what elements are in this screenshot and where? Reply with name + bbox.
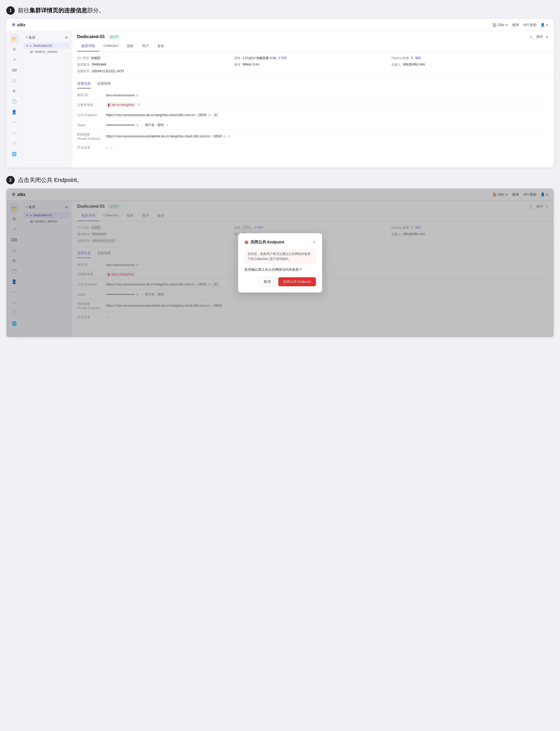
modal-title: 关闭公共 Endpoint bbox=[250, 240, 284, 245]
creator-row: 创建人 zilliz@zilliz.com bbox=[391, 62, 548, 67]
ops-chevron[interactable]: ∨ bbox=[546, 35, 548, 39]
refresh-icon[interactable]: ⟳ bbox=[65, 36, 68, 40]
cluster-nav-item[interactable]: ▾ ◈ Dedicated-01 bbox=[24, 43, 70, 49]
endpoint-text: https:// inxx-xxxxxxxxxxxxxx.ali-cn-hang… bbox=[106, 113, 207, 117]
modal-warning: 关闭后，集群用户将无法通过公共网络对集群下的 Collection 进行读写操作… bbox=[244, 249, 316, 264]
conn-tab-guide[interactable]: 连接指南 bbox=[97, 81, 111, 88]
region-text: ali-cn-hangzhou bbox=[112, 103, 134, 107]
logo: ✳ zilliz bbox=[12, 22, 25, 28]
topnav: ✳ zilliz 🏠 Zilliz ∨ 账单 API 密钥 👤 ∨ bbox=[6, 19, 554, 31]
external-ip-link[interactable]: ↗ bbox=[110, 146, 113, 150]
copy-cluster-id-button[interactable]: ⧉ bbox=[136, 93, 139, 97]
copy-private-button[interactable]: ⧉ bbox=[223, 134, 226, 139]
modal-close-button[interactable]: ✕ bbox=[312, 240, 316, 245]
tab-users[interactable]: 用户 bbox=[138, 41, 153, 51]
cluster-nav-label: Dedicated-01 bbox=[33, 44, 52, 48]
external-token-link[interactable]: ↗ bbox=[165, 123, 168, 127]
add-cluster-button[interactable]: + 集群 ⟳ bbox=[22, 34, 72, 41]
replica-row: Replica 数量 1 编辑 bbox=[391, 56, 548, 60]
logo-text: zilliz bbox=[17, 23, 25, 27]
cluster-id-text: inxx-xxxxxxxxxxxxxx bbox=[106, 93, 135, 97]
close-endpoint-modal: ⊗ 关闭公共 Endpoint ✕ 关闭后，集群用户将无法通过公共网络对集群下的… bbox=[238, 233, 322, 293]
modal-warn-text: 关闭后，集群用户将无法通过公共网络对集群下的 Collection 进行读写操作… bbox=[248, 252, 311, 261]
sidebar-bottom: 📄 🌐 › bbox=[9, 139, 19, 168]
sidebar-icon-globe[interactable]: 🌐 bbox=[9, 149, 19, 159]
tab-cluster-detail[interactable]: 集群详情 bbox=[77, 41, 99, 51]
token-extra-label: 用户名：密码 bbox=[145, 123, 164, 127]
user-label: Zilliz bbox=[498, 23, 504, 27]
status-badge: 运行中 bbox=[108, 34, 121, 39]
collection-nav-item[interactable]: ▤ medium_articles bbox=[22, 49, 72, 55]
sidebar-icon-connect[interactable]: ↔ bbox=[9, 118, 19, 127]
copy-region-button[interactable]: ⧉ bbox=[138, 103, 140, 107]
ip-value: -- ↗ bbox=[106, 146, 548, 150]
token-text: •••••••••••••••••••••••••• bbox=[106, 123, 135, 127]
user-menu[interactable]: 🏠 Zilliz ∨ bbox=[493, 23, 508, 27]
expand-link[interactable]: 扩缩容 bbox=[278, 56, 287, 60]
main-layout: 📁 ⚙ ↗ ⌨ ◻ ⊕ 🕐 👤 ↔ ☆ 📄 🌐 › + 集群 ⟳ ▾ bbox=[6, 31, 554, 168]
terminal-button[interactable]: >_ bbox=[530, 35, 534, 39]
collection-icon: ▤ bbox=[30, 50, 33, 54]
region-value: ◧ ali-cn-hangzhou ⧉ bbox=[106, 102, 548, 107]
ip-text: -- bbox=[106, 146, 108, 150]
sidebar-icons: 📁 ⚙ ↗ ⌨ ◻ ⊕ 🕐 👤 ↔ ☆ 📄 🌐 › bbox=[6, 31, 22, 168]
modal-title-row: ⊗ 关闭公共 Endpoint bbox=[244, 239, 284, 245]
modal-cancel-button[interactable]: 取消 bbox=[259, 277, 276, 286]
sidebar-icon-collections[interactable]: 📁 bbox=[9, 34, 19, 44]
private-label-sub: (Private Endpoint) bbox=[77, 137, 100, 140]
creator-value: zilliz@zilliz.com bbox=[403, 62, 425, 66]
region-label: 云服务地域 bbox=[77, 103, 103, 107]
sidebar-icon-history[interactable]: 🕐 bbox=[9, 97, 19, 106]
step2-header: 2 点击关闭公共 Endpoint。 bbox=[6, 176, 554, 184]
cluster-diamond-icon: ◈ bbox=[29, 44, 32, 48]
compat-value: Milvus 2.4.x bbox=[243, 62, 259, 66]
spec-label: 规格 bbox=[234, 56, 240, 60]
token-label: Token bbox=[77, 123, 103, 127]
sidebar-icon-settings[interactable]: ⚙ bbox=[9, 45, 19, 54]
copy-endpoint-button[interactable]: ⧉ bbox=[208, 113, 211, 117]
spec-row: 规格 1 CU(CU 加载容量 6 %) 扩缩容 bbox=[234, 56, 391, 60]
tab-backup[interactable]: 备份 bbox=[153, 41, 168, 51]
spec-value: 1 CU(CU 加载容量 6 %) bbox=[243, 56, 276, 60]
sidebar-icon-add[interactable]: ⊕ bbox=[9, 86, 19, 96]
external-private-link[interactable]: ↗ bbox=[227, 134, 230, 138]
modal-confirm-button[interactable]: 关闭公共 Endpoint bbox=[278, 277, 316, 286]
region-tag: ◧ ali-cn-hangzhou bbox=[106, 102, 136, 107]
version-row: 集群版本 Dedicated bbox=[77, 62, 234, 67]
created-row: 创建时间 2024年11月12日 14:57 bbox=[77, 69, 234, 74]
sidebar-more[interactable]: › bbox=[13, 160, 16, 165]
cluster-actions: >_ 操作 ∨ bbox=[530, 34, 548, 39]
sidebar-icon-arrow[interactable]: ↗ bbox=[9, 55, 19, 65]
tab-collection[interactable]: Collection bbox=[99, 41, 123, 51]
cluster-info-grid: CU 类型 性能型 规格 1 CU(CU 加载容量 6 %) 扩缩容 Repli… bbox=[72, 52, 554, 78]
replica-edit-link[interactable]: 编辑 bbox=[415, 56, 421, 60]
api-key-link[interactable]: API 密钥 bbox=[523, 23, 537, 27]
billing-link[interactable]: 账单 bbox=[512, 23, 519, 27]
sidebar-icon-file[interactable]: 📄 bbox=[9, 139, 19, 148]
sidebar-icon-terminal[interactable]: ⌨ bbox=[9, 65, 19, 75]
conn-tab-info[interactable]: 连接信息 bbox=[77, 81, 91, 88]
add-cluster-label: + 集群 bbox=[26, 35, 35, 40]
step2-circle: 2 bbox=[6, 176, 15, 184]
cluster-title: Dedicated-01 运行中 bbox=[77, 34, 121, 39]
ip-label: IP 白名单 bbox=[77, 145, 103, 150]
sidebar-icon-box[interactable]: ◻ bbox=[9, 76, 19, 85]
replica-value: 1 bbox=[411, 56, 413, 60]
endpoint-settings-button[interactable]: ⚙ bbox=[212, 112, 219, 118]
modal-error-icon: ⊗ bbox=[244, 239, 248, 245]
sidebar-icon-star[interactable]: ☆ bbox=[9, 128, 19, 138]
endpoint-label: 公共 Endpoint bbox=[77, 113, 103, 117]
step1-header: 1 前往集群详情页的连接信息部分。 bbox=[6, 6, 554, 15]
ops-button[interactable]: 操作 bbox=[536, 34, 543, 39]
private-row: 私网连接 (Private Endpoint) https:// inxx-xx… bbox=[77, 130, 548, 143]
cluster-tabs: 集群详情 Collection 指标 用户 备份 bbox=[72, 41, 554, 52]
copy-token-button[interactable]: ⧉ bbox=[136, 123, 139, 127]
endpoint-value: https:// inxx-xxxxxxxxxxxxxx.ali-cn-hang… bbox=[106, 112, 548, 118]
nav-tree: + 集群 ⟳ ▾ ◈ Dedicated-01 ▤ medium_article… bbox=[22, 31, 72, 168]
tab-metrics[interactable]: 指标 bbox=[123, 41, 138, 51]
user-avatar-icon[interactable]: 👤 ∨ bbox=[541, 23, 548, 27]
cluster-expand-icon: ▾ bbox=[26, 44, 28, 48]
region-icon: ◧ bbox=[108, 103, 111, 107]
sidebar-icon-user[interactable]: 👤 bbox=[9, 107, 19, 117]
created-value: 2024年11月12日 14:57 bbox=[92, 69, 124, 74]
